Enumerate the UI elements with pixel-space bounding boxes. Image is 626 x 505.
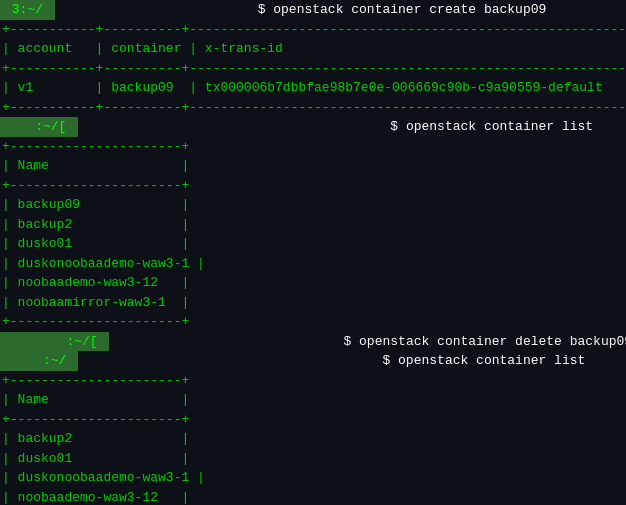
col-xtransid: x-trans-id (205, 41, 283, 56)
table1-sep1: +-----------+----------+----------------… (0, 20, 626, 40)
prompt-bracket-2 (78, 117, 390, 137)
table2-sep1: +----------------------+ (0, 137, 626, 157)
command-1: $ openstack container create backup09 (55, 0, 546, 20)
table1-header: | account | container | x-trans-id | (0, 39, 626, 59)
table3-row4: | noobaademo-waw3-12 | (0, 488, 626, 506)
table3-sep1: +----------------------+ (0, 371, 626, 391)
terminal: 3:~/ $ openstack container create backup… (0, 0, 626, 505)
prompt-label-4: :~/ (0, 351, 78, 371)
table1-row1: | v1 | backup09 | tx000006b7dbbfae98b7e0… (0, 78, 626, 98)
table2-row1: | backup09 | (0, 195, 626, 215)
table3-header: | Name | (0, 390, 626, 410)
col-name2: Name (18, 392, 49, 407)
prompt-bracket-3 (109, 332, 343, 352)
command-3: $ openstack container delete backup09 (343, 332, 626, 352)
col-name: Name (18, 158, 49, 173)
table2-row6: | noobaamirror-waw3-1 | (0, 293, 626, 313)
command-2: $ openstack container list (390, 117, 593, 137)
command-4: $ openstack container list (78, 351, 585, 371)
table1-sep2: +-----------+----------+----------------… (0, 59, 626, 79)
prompt-line-3: :~/[ $ openstack container delete backup… (0, 332, 626, 352)
col-container: container (111, 41, 181, 56)
prompt-label-2: :~/[ (0, 117, 78, 137)
table3-sep2: +----------------------+ (0, 410, 626, 430)
prompt-label-1: 3:~/ (0, 0, 55, 20)
table2-row5: | noobaademo-waw3-12 | (0, 273, 626, 293)
table2-row2: | backup2 | (0, 215, 626, 235)
prompt-label-3: :~/[ (0, 332, 109, 352)
prompt-line-1: 3:~/ $ openstack container create backup… (0, 0, 626, 20)
prompt-line-4: :~/ $ openstack container list (0, 351, 626, 371)
table3-row3: | duskonoobaademo-waw3-1 | (0, 468, 626, 488)
col-account: account (18, 41, 73, 56)
table3-row1: | backup2 | (0, 429, 626, 449)
prompt-line-2: :~/[ $ openstack container list (0, 117, 626, 137)
table2-sep3: +----------------------+ (0, 312, 626, 332)
table3-row2: | dusko01 | (0, 449, 626, 469)
table2-sep2: +----------------------+ (0, 176, 626, 196)
table2-header: | Name | (0, 156, 626, 176)
table2-row3: | dusko01 | (0, 234, 626, 254)
table2-row4: | duskonoobaademo-waw3-1 | (0, 254, 626, 274)
table1-sep3: +-----------+----------+----------------… (0, 98, 626, 118)
